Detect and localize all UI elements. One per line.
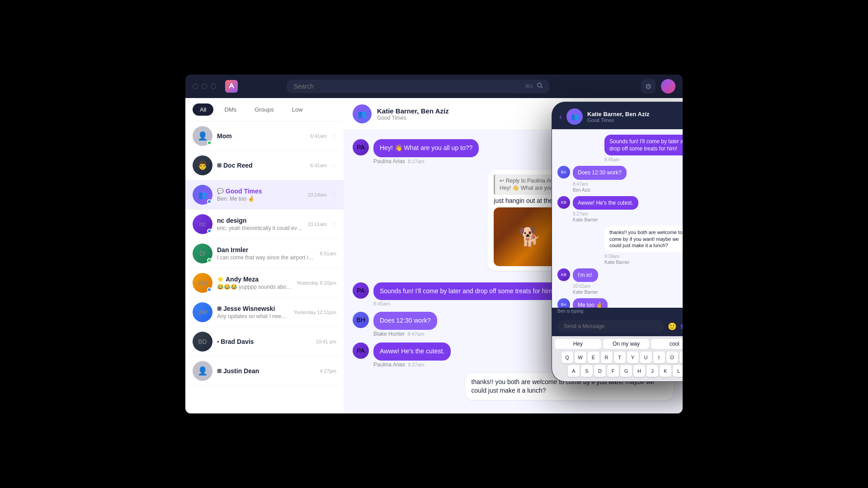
key-g[interactable]: G <box>620 365 632 377</box>
mobile-chat-sub: Good Times <box>587 117 681 123</box>
mobile-message-row: KB Awww! He's the cutest. 9:27am Katie B… <box>557 196 683 222</box>
key-y[interactable]: Y <box>627 352 639 363</box>
badge-icon: 💬 <box>217 188 224 194</box>
settings-button[interactable]: ⚙ <box>641 79 656 94</box>
list-item[interactable]: 👤 Mom 6:41am ☆ <box>185 122 344 151</box>
tab-all[interactable]: All <box>193 103 213 116</box>
chat-time: 10:41 pm <box>316 339 336 344</box>
avatar-wrap: AM <box>193 273 212 293</box>
tab-low[interactable]: Low <box>285 103 310 116</box>
mobile-input-area: 🙂 Send <box>552 316 683 336</box>
message-meta: Paulina Arias 9:27am <box>373 361 451 368</box>
star-icon[interactable]: ☆ <box>331 133 336 139</box>
sidebar: All DMs Groups Low 👤 Mom <box>185 98 344 413</box>
list-item[interactable]: DI Dan Irmler I can come that way since … <box>185 239 344 268</box>
star-icon[interactable]: ☆ <box>331 162 336 169</box>
mobile-message-input[interactable] <box>557 320 664 333</box>
avatar: 👤 <box>193 361 212 381</box>
search-bar[interactable]: ⌘K <box>287 80 549 93</box>
keyboard-suggestions: Hey On my way cool <box>555 339 683 349</box>
key-f[interactable]: F <box>607 365 619 377</box>
mobile-overlay: ‹ 👥 Katie Barner, Ben Aziz Good Times ☰ … <box>552 102 683 382</box>
app-window: ⌘K ⚙ All DMs Groups Low <box>185 75 683 413</box>
sidebar-list: 👤 Mom 6:41am ☆ 👨 <box>185 122 344 413</box>
key-r[interactable]: R <box>601 352 613 363</box>
chat-preview: I can come that way since the airport is… <box>217 254 315 261</box>
suggestion-item[interactable]: On my way <box>603 339 650 349</box>
chat-info: ⭐ Andy Meza 😂😂😂 yupppp sounds about righ… <box>217 276 292 290</box>
maximize-button[interactable] <box>211 84 216 89</box>
chat-time: 10:11am <box>307 221 327 227</box>
tab-groups[interactable]: Groups <box>247 103 281 116</box>
mobile-message-bubble: Awww! He's the cutest. <box>573 196 638 210</box>
chat-time: 6:41am <box>310 133 327 139</box>
key-j[interactable]: J <box>646 365 658 377</box>
key-w[interactable]: W <box>575 352 586 363</box>
key-s[interactable]: S <box>581 365 593 377</box>
key-k[interactable]: K <box>660 365 671 377</box>
send-button[interactable]: Send <box>680 323 683 330</box>
chat-name: Justin Dean <box>223 367 259 375</box>
suggestion-item[interactable]: cool <box>651 339 683 349</box>
chat-preview: eric: yeah theoretically it could even s… <box>217 225 303 231</box>
chat-name: Andy Meza <box>226 276 259 283</box>
minimize-button[interactable] <box>202 84 207 89</box>
key-e[interactable]: E <box>588 352 599 363</box>
mobile-message-meta: 9:27am <box>573 211 638 216</box>
status-indicator <box>207 199 212 204</box>
list-item-good-times[interactable]: 👥 💬 Good Times Ben: Me too 🤞 10:14am ☆ <box>185 180 344 210</box>
badge-icon: ⊞ <box>217 305 222 312</box>
message-bubble: Does 12:30 work? <box>373 312 437 330</box>
badge-icon: ⊞ <box>217 162 222 169</box>
avatar: JW <box>193 302 212 322</box>
mobile-sender: Katie Barner <box>604 260 683 265</box>
key-t[interactable]: T <box>614 352 626 363</box>
chat-preview: 😂😂😂 yupppp sounds about right! <box>217 284 292 290</box>
tab-dms[interactable]: DMs <box>217 103 244 116</box>
list-item[interactable]: JW ⊞ Jesse Wisnewski Any updates on what… <box>185 298 344 327</box>
search-input[interactable] <box>293 83 521 90</box>
key-d[interactable]: D <box>594 365 606 377</box>
status-indicator <box>207 287 212 292</box>
avatar-wrap: nc <box>193 214 212 234</box>
star-icon[interactable]: ☆ <box>331 221 336 227</box>
suggestion-item[interactable]: Hey <box>555 339 601 349</box>
avatar-wrap: 👤 <box>193 361 212 381</box>
key-o[interactable]: O <box>666 352 678 363</box>
back-button[interactable]: ‹ <box>559 112 562 122</box>
list-item[interactable]: 👨 ⊞ Doc Reed 6:41am ☆ <box>185 151 344 180</box>
chat-time: 6:41am <box>310 163 327 168</box>
message-bubble: Awww! He's the cutest. <box>373 343 451 361</box>
key-a[interactable]: A <box>568 365 580 377</box>
key-p[interactable]: P <box>679 352 683 363</box>
mobile-sender: Katie Barner <box>573 290 598 295</box>
key-u[interactable]: U <box>640 352 652 363</box>
mobile-message-meta: 9:39am <box>604 254 683 259</box>
badge-icon: ⭐ <box>217 276 224 282</box>
mobile-message-row: Sounds fun! I'll come by later and drop … <box>557 135 683 162</box>
list-item[interactable]: AM ⭐ Andy Meza 😂😂😂 yupppp sounds about r… <box>185 268 344 298</box>
mobile-message-meta: 10:02am <box>573 284 598 289</box>
message-time: 8:47am <box>407 331 424 337</box>
keyboard-row: Q W E R T Y U I O P <box>555 352 683 363</box>
close-button[interactable] <box>193 84 198 89</box>
list-item[interactable]: 👤 ⊞ Justin Dean 4:27pm <box>185 357 344 386</box>
key-h[interactable]: H <box>633 365 645 377</box>
star-icon[interactable]: ☆ <box>331 192 336 198</box>
list-item[interactable]: nc nc design eric: yeah theoretically it… <box>185 210 344 239</box>
key-q[interactable]: Q <box>561 352 573 363</box>
message-bubble: Sounds fun! I'll come by later and drop … <box>373 282 560 300</box>
emoji-button[interactable]: 🙂 <box>668 322 677 331</box>
chat-info: ⊞ Jesse Wisnewski Any updates on what I … <box>217 305 289 319</box>
list-item[interactable]: BD ▪ Brad Davis 10:41 pm <box>185 327 344 357</box>
mobile-message-content: I'm in! 10:02am Katie Barner <box>573 268 598 295</box>
mobile-typing-indicator: Ben is typing <box>552 308 683 316</box>
chat-name: Dan Irmler <box>217 246 248 253</box>
key-i[interactable]: I <box>653 352 665 363</box>
user-avatar[interactable] <box>661 79 675 94</box>
message-meta: 8:45am <box>373 301 560 306</box>
chat-time: Yesterday 12:11pm <box>294 310 336 315</box>
key-l[interactable]: L <box>673 365 683 377</box>
mobile-keyboard: Hey On my way cool Q W E R T Y U I O P A… <box>552 336 683 381</box>
message-content: Does 12:30 work? Blake Hunter 8:47am <box>373 312 437 337</box>
